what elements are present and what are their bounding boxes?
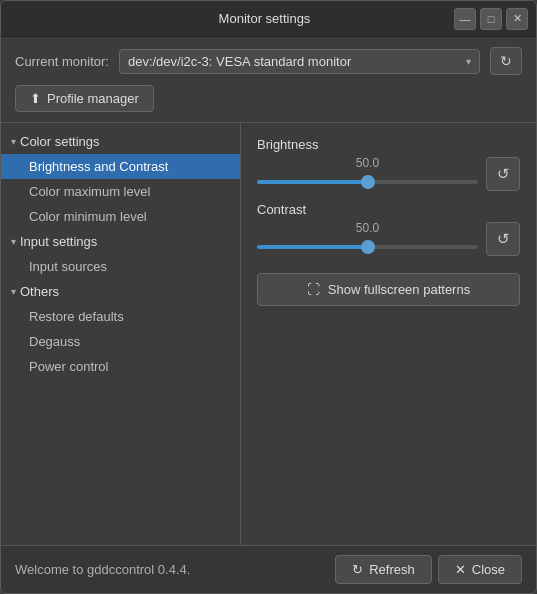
titlebar-controls: — □ ✕ (454, 8, 528, 30)
close-label: Close (472, 562, 505, 577)
sidebar-item-degauss[interactable]: Degauss (1, 329, 240, 354)
monitor-select-value: dev:/dev/i2c-3: VESA standard monitor (128, 54, 466, 69)
refresh-icon-bottom: ↻ (352, 562, 363, 577)
refresh-label: Refresh (369, 562, 415, 577)
contrast-track (257, 245, 478, 249)
main-panel: Brightness 50.0 ↺ (241, 123, 536, 545)
monitor-select[interactable]: dev:/dev/i2c-3: VESA standard monitor ▾ (119, 49, 480, 74)
sidebar-group-input-label: Input settings (20, 234, 97, 249)
brightness-control: Brightness 50.0 ↺ (257, 137, 520, 192)
sidebar-item-power-control[interactable]: Power control (1, 354, 240, 379)
brightness-track (257, 180, 478, 184)
brightness-slider-wrapper: 50.0 (257, 156, 478, 192)
maximize-button[interactable]: □ (480, 8, 502, 30)
content-area: ▾ Color settings Brightness and Contrast… (1, 123, 536, 545)
chevron-down-icon: ▾ (466, 56, 471, 67)
sidebar-group-color-label: Color settings (20, 134, 99, 149)
contrast-label: Contrast (257, 202, 520, 217)
sidebar-group-input-settings[interactable]: ▾ Input settings (1, 229, 240, 254)
brightness-fill (257, 180, 368, 184)
titlebar: Monitor settings — □ ✕ (1, 1, 536, 37)
monitor-settings-window: Monitor settings — □ ✕ Current monitor: … (0, 0, 537, 594)
brightness-thumb[interactable] (361, 175, 375, 189)
profile-manager-label: Profile manager (47, 91, 139, 106)
profile-manager-button[interactable]: ⬆ Profile manager (15, 85, 154, 112)
sidebar-group-others[interactable]: ▾ Others (1, 279, 240, 304)
brightness-slider-row: 50.0 ↺ (257, 156, 520, 192)
upload-icon: ⬆ (30, 91, 41, 106)
brightness-value: 50.0 (257, 156, 478, 170)
fullscreen-patterns-button[interactable]: ⛶ Show fullscreen patterns (257, 273, 520, 306)
contrast-thumb[interactable] (361, 240, 375, 254)
contrast-slider-wrapper: 50.0 (257, 221, 478, 257)
sidebar-item-brightness-contrast[interactable]: Brightness and Contrast (1, 154, 240, 179)
collapse-arrow-icon-2: ▾ (11, 236, 16, 247)
reset-icon: ↺ (497, 165, 510, 183)
contrast-slider-row: 50.0 ↺ (257, 221, 520, 257)
sidebar-item-restore-defaults[interactable]: Restore defaults (1, 304, 240, 329)
contrast-fill (257, 245, 368, 249)
sidebar-item-input-sources[interactable]: Input sources (1, 254, 240, 279)
contrast-value: 50.0 (257, 221, 478, 235)
sidebar-item-color-min[interactable]: Color minimum level (1, 204, 240, 229)
bottom-buttons: ↻ Refresh ✕ Close (335, 555, 522, 584)
reset-icon-2: ↺ (497, 230, 510, 248)
contrast-slider[interactable] (257, 237, 478, 257)
window-title: Monitor settings (75, 11, 454, 26)
close-icon: ✕ (455, 562, 466, 577)
refresh-icon: ↻ (500, 53, 512, 69)
brightness-reset-button[interactable]: ↺ (486, 157, 520, 191)
sidebar-item-color-max[interactable]: Color maximum level (1, 179, 240, 204)
window-close-button[interactable]: ✕ (506, 8, 528, 30)
brightness-label: Brightness (257, 137, 520, 152)
status-text: Welcome to gddccontrol 0.4.4. (15, 562, 190, 577)
minimize-button[interactable]: — (454, 8, 476, 30)
sidebar-group-others-label: Others (20, 284, 59, 299)
monitor-row: Current monitor: dev:/dev/i2c-3: VESA st… (1, 37, 536, 85)
monitor-refresh-button[interactable]: ↻ (490, 47, 522, 75)
sidebar-group-color-settings[interactable]: ▾ Color settings (1, 129, 240, 154)
contrast-reset-button[interactable]: ↺ (486, 222, 520, 256)
fullscreen-icon: ⛶ (307, 282, 320, 297)
contrast-control: Contrast 50.0 ↺ (257, 202, 520, 257)
fullscreen-btn-label: Show fullscreen patterns (328, 282, 470, 297)
brightness-slider[interactable] (257, 172, 478, 192)
monitor-label: Current monitor: (15, 54, 109, 69)
collapse-arrow-icon: ▾ (11, 136, 16, 147)
close-button[interactable]: ✕ Close (438, 555, 522, 584)
collapse-arrow-icon-3: ▾ (11, 286, 16, 297)
sidebar: ▾ Color settings Brightness and Contrast… (1, 123, 241, 545)
bottom-bar: Welcome to gddccontrol 0.4.4. ↻ Refresh … (1, 545, 536, 593)
profile-row: ⬆ Profile manager (1, 85, 536, 122)
refresh-button[interactable]: ↻ Refresh (335, 555, 432, 584)
